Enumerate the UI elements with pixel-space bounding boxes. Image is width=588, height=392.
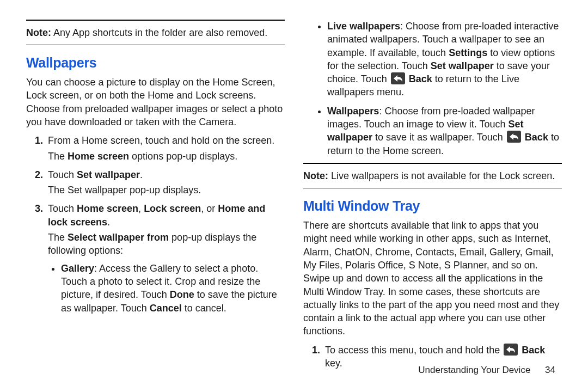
bullet-gallery-label: Gallery — [61, 263, 94, 274]
step1-sub-pre: The — [48, 151, 68, 162]
rule-top — [26, 20, 285, 21]
multi-step1-b: key. — [325, 358, 342, 369]
bullet-live-setwp: Set wallpaper — [431, 60, 494, 71]
bullet-wp-label: Wallpapers — [327, 106, 379, 117]
step3-m1: , — [138, 203, 144, 214]
multi-step1-back: Back — [522, 345, 545, 356]
back-icon — [507, 131, 521, 143]
note2-text: Live wallpapers is not available for the… — [328, 170, 555, 181]
step3-b1: Home screen — [77, 203, 138, 214]
note-label: Note: — [26, 27, 51, 38]
step-3: Touch Home screen, Lock screen, or Home … — [46, 202, 285, 314]
back-icon — [504, 344, 518, 356]
bullet-live-label: Live wallpapers — [327, 21, 400, 32]
step-1: From a Home screen, touch and hold on th… — [46, 134, 285, 163]
bullet-gallery: Gallery: Access the Gallery to select a … — [61, 262, 285, 315]
step2-post: . — [140, 169, 143, 180]
bullet-gallery-cancel: Cancel — [150, 303, 182, 314]
step2-pre: Touch — [48, 169, 77, 180]
note-live-lock: Note: Live wallpapers is not available f… — [303, 169, 562, 182]
step1-sub: The Home screen options pop-up displays. — [48, 150, 285, 163]
page-number: 34 — [545, 365, 555, 375]
wallpaper-source-list: Gallery: Access the Gallery to select a … — [48, 262, 285, 315]
step1-sub-bold: Home screen — [68, 151, 129, 162]
rule-above-note2 — [303, 163, 562, 164]
step-2: Touch Set wallpaper. The Set wallpaper p… — [46, 168, 285, 197]
right-column: Live wallpapers: Choose from pre-loaded … — [303, 16, 562, 375]
heading-multi-window: Multi Window Tray — [303, 197, 562, 216]
bullet-wp-b: to save it as wallpaper. Touch — [372, 132, 506, 143]
note-text: Any App shortcuts in the folder are also… — [51, 27, 267, 38]
wallpaper-steps: From a Home screen, touch and hold on th… — [26, 134, 285, 315]
step2-sub: The Set wallpaper pop-up displays. — [48, 183, 285, 197]
multi-step1-a: To access this menu, touch and hold the — [325, 345, 503, 356]
bullet-live-settings: Settings — [449, 47, 487, 58]
two-column-layout: Note: Any App shortcuts in the folder ar… — [26, 16, 562, 375]
step3-pre: Touch — [48, 203, 77, 214]
bullet-live-wallpapers: Live wallpapers: Choose from pre-loaded … — [327, 20, 562, 99]
note2-label: Note: — [303, 170, 328, 181]
wallpaper-source-list-cont: Live wallpapers: Choose from pre-loaded … — [303, 20, 562, 157]
wallpapers-intro: You can choose a picture to display on t… — [26, 76, 285, 128]
step3-m2: , or — [201, 203, 218, 214]
heading-wallpapers: Wallpapers — [26, 54, 285, 72]
footer-section: Understanding Your Device — [418, 365, 530, 375]
rule-under-note — [26, 45, 285, 45]
page-footer: Understanding Your Device 34 — [418, 364, 555, 377]
step3-sub-bold: Select wallpaper from — [68, 232, 169, 243]
rule-below-note2 — [303, 188, 562, 188]
step3-sub: The Select wallpaper from pop-up display… — [48, 231, 285, 258]
step3-post: . — [107, 217, 110, 228]
step2-bold: Set wallpaper — [77, 169, 140, 180]
step1-sub-post: options pop-up displays. — [129, 151, 237, 162]
note-shortcuts: Note: Any App shortcuts in the folder ar… — [26, 26, 285, 39]
step3-b2: Lock screen — [144, 203, 201, 214]
multi-window-intro: There are shortcuts available that link … — [303, 219, 562, 338]
step1-line: From a Home screen, touch and hold on th… — [48, 135, 274, 146]
bullet-gallery-c: to cancel. — [182, 303, 226, 314]
bullet-wp-back: Back — [525, 132, 548, 143]
bullet-live-back: Back — [409, 74, 432, 84]
left-column: Note: Any App shortcuts in the folder ar… — [26, 16, 285, 375]
step3-sub-pre: The — [48, 232, 68, 243]
bullet-wallpapers: Wallpapers: Choose from pre-loaded wallp… — [327, 105, 562, 157]
back-icon — [391, 72, 405, 84]
manual-page: Note: Any App shortcuts in the folder ar… — [0, 0, 588, 392]
bullet-gallery-done: Done — [170, 289, 194, 300]
